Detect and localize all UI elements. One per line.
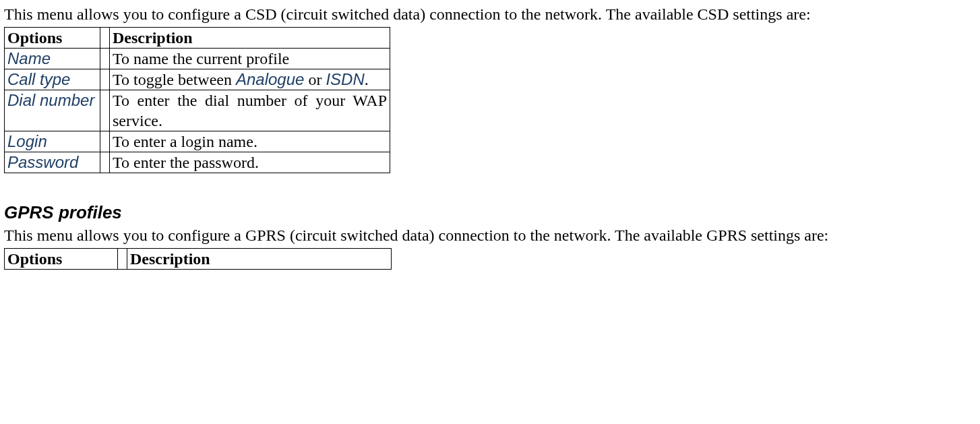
header-gap xyxy=(118,248,127,269)
table-row: Dial number To enter the dial number of … xyxy=(5,90,390,131)
gap-cell xyxy=(100,49,110,69)
header-description: Description xyxy=(110,28,390,49)
inline-term-analogue: Analogue xyxy=(236,70,304,88)
desc-cell: To name the current profile xyxy=(110,49,390,69)
header-gap xyxy=(100,28,110,49)
desc-text: . xyxy=(365,71,369,88)
gap-cell xyxy=(100,69,110,90)
desc-cell: To enter the password. xyxy=(110,152,390,173)
gap-cell xyxy=(100,131,110,152)
table-header-row: Options Description xyxy=(5,248,392,269)
desc-cell: To enter the dial number of your WAP ser… xyxy=(110,90,390,131)
gap-cell xyxy=(100,90,110,131)
csd-intro: This menu allows you to configure a CSD … xyxy=(4,4,976,24)
gprs-intro: This menu allows you to configure a GPRS… xyxy=(4,225,976,245)
header-options: Options xyxy=(5,28,100,49)
desc-cell: To enter a login name. xyxy=(110,131,390,152)
option-term-password: Password xyxy=(7,153,78,171)
table-row: Login To enter a login name. xyxy=(5,131,390,152)
option-term-calltype: Call type xyxy=(7,70,70,88)
option-term-name: Name xyxy=(7,49,51,67)
table-row: Name To name the current profile xyxy=(5,49,390,69)
header-options: Options xyxy=(5,248,118,269)
option-cell: Login xyxy=(5,131,100,152)
desc-text: or xyxy=(304,71,326,88)
gprs-heading: GPRS profiles xyxy=(4,202,976,224)
option-cell: Name xyxy=(5,49,100,69)
inline-term-isdn: ISDN xyxy=(326,70,364,88)
desc-text: To toggle between xyxy=(113,71,236,88)
header-description: Description xyxy=(127,248,392,269)
table-row: Password To enter the password. xyxy=(5,152,390,173)
option-cell: Dial number xyxy=(5,90,100,131)
gprs-settings-table: Options Description xyxy=(4,248,392,270)
table-row: Call type To toggle between Analogue or … xyxy=(5,69,390,90)
option-cell: Call type xyxy=(5,69,100,90)
desc-cell-calltype: To toggle between Analogue or ISDN. xyxy=(110,69,390,90)
option-cell: Password xyxy=(5,152,100,173)
csd-settings-table: Options Description Name To name the cur… xyxy=(4,27,390,173)
gap-cell xyxy=(100,152,110,173)
option-term-dialnumber: Dial number xyxy=(7,91,94,109)
option-term-login: Login xyxy=(7,132,47,150)
table-header-row: Options Description xyxy=(5,28,390,49)
